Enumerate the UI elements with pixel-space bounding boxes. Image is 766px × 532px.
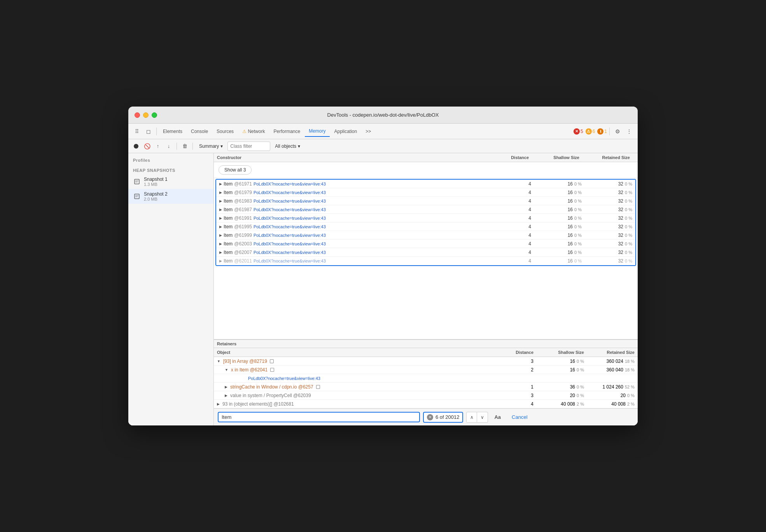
retainer-col-retained-header[interactable]: Retained Size: [587, 348, 638, 357]
summary-dropdown[interactable]: Summary ▾: [196, 142, 226, 150]
col-constructor-header[interactable]: Constructor: [214, 153, 497, 162]
retainer-retained-cell: 1 024 260 52 %: [587, 383, 638, 390]
class-filter-input[interactable]: [227, 142, 270, 151]
table-row[interactable]: ▶ Item @61979 PoLdb0X?nocache=true&view=…: [216, 188, 635, 197]
warn-count: 6: [593, 129, 595, 134]
retainer-shallow-cell: 40 008 2 %: [537, 401, 587, 408]
tab-console[interactable]: Console: [187, 126, 212, 137]
table-row[interactable]: ▶ Item @62011 PoLdb0X?nocache=true&view=…: [216, 257, 635, 265]
item-name: Item: [224, 181, 233, 187]
retainer-row[interactable]: ▶ value in system / PropertyCell @62039 …: [214, 391, 638, 400]
prev-result-button[interactable]: ∧: [466, 412, 477, 423]
take-snapshot-btn[interactable]: ↑: [153, 142, 163, 151]
table-row[interactable]: ▶ Item @62007 PoLdb0X?nocache=true&view=…: [216, 248, 635, 257]
snapshot-2-item[interactable]: Snapshot 2 2.0 MB: [128, 189, 213, 204]
table-row[interactable]: ▶ Item @61983 PoLdb0X?nocache=true&view=…: [216, 197, 635, 205]
show-all-button[interactable]: Show all 3: [219, 165, 252, 175]
next-result-button[interactable]: ∨: [477, 412, 488, 423]
tab-network[interactable]: ⚠ Network: [238, 126, 269, 137]
retainer-row[interactable]: ▶ 93 in (object elements)[] @102681 4 40…: [214, 400, 638, 408]
tab-overflow[interactable]: >>: [362, 126, 375, 137]
cell-constructor: ▶ Item @61983 PoLdb0X?nocache=true&view=…: [216, 198, 499, 205]
record-btn[interactable]: [131, 142, 141, 151]
retainer-link[interactable]: PoLdb0X?nocache=true&view=live:43: [248, 376, 320, 381]
item-link[interactable]: PoLdb0X?nocache=true&view=live:43: [254, 224, 326, 229]
retainer-row[interactable]: ▼ [93] in Array @82719 3 16 0 % 360 024 …: [214, 357, 638, 366]
table-row[interactable]: ▶ Item @61995 PoLdb0X?nocache=true&view=…: [216, 222, 635, 231]
search-count-box: ✕ 6 of 20012: [423, 412, 463, 423]
table-row[interactable]: ▶ Item @61987 PoLdb0X?nocache=true&view=…: [216, 205, 635, 214]
item-id: @61971: [234, 181, 252, 187]
retainer-col-shallow-header[interactable]: Shallow Size: [537, 348, 587, 357]
cell-constructor: ▶ Item @61991 PoLdb0X?nocache=true&view=…: [216, 215, 499, 222]
col-distance-header[interactable]: Distance: [497, 153, 532, 162]
maximize-button[interactable]: [152, 112, 157, 118]
item-link[interactable]: PoLdb0X?nocache=true&view=live:43: [254, 233, 326, 238]
snapshot-1-info: Snapshot 1 1.3 MB: [144, 177, 168, 187]
table-row[interactable]: ▶ Item @61991 PoLdb0X?nocache=true&view=…: [216, 214, 635, 222]
snapshot-1-item[interactable]: Snapshot 1 1.3 MB: [128, 174, 213, 189]
tab-performance[interactable]: Performance: [269, 126, 304, 137]
item-link[interactable]: PoLdb0X?nocache=true&view=live:43: [254, 190, 326, 195]
col-shallow-header[interactable]: Shallow Size: [532, 153, 582, 162]
retainer-retained-cell: 20 0 %: [587, 392, 638, 399]
traffic-lights: [135, 112, 157, 118]
cell-constructor: ▶ Item @61999 PoLdb0X?nocache=true&view=…: [216, 232, 499, 239]
settings-icon-btn[interactable]: ⚙: [612, 126, 623, 137]
retainer-col-object-header[interactable]: Object: [214, 348, 502, 357]
cursor-icon-btn[interactable]: ⠿: [131, 126, 142, 137]
clear-search-button[interactable]: ✕: [427, 414, 433, 420]
retainer-dist-cell: [502, 378, 537, 379]
cell-constructor: ▶ Item @61995 PoLdb0X?nocache=true&view=…: [216, 223, 499, 230]
match-case-button[interactable]: Aa: [491, 413, 504, 422]
show-all-row: Show all 3: [214, 162, 638, 178]
item-link[interactable]: PoLdb0X?nocache=true&view=live:43: [254, 182, 326, 186]
item-link[interactable]: PoLdb0X?nocache=true&view=live:43: [254, 259, 326, 263]
all-objects-dropdown[interactable]: All objects ▾: [272, 142, 635, 150]
minimize-button[interactable]: [143, 112, 149, 118]
retainer-dist-cell: 4: [502, 401, 537, 408]
col-retained-header[interactable]: Retained Size: [582, 153, 633, 162]
inspector-icon-btn[interactable]: ◻: [143, 126, 154, 137]
expand-arrow-icon: ▶: [219, 259, 222, 263]
table-row[interactable]: ▶ Item @61971 PoLdb0X?nocache=true&view=…: [216, 180, 635, 188]
expand-arrow-icon: ▶: [225, 394, 227, 397]
retainer-label: [93] in Array @82719: [223, 359, 267, 364]
warn-icon: ⚠: [242, 129, 247, 134]
tab-memory[interactable]: Memory: [305, 126, 329, 137]
table-row[interactable]: ▶ Item @61999 PoLdb0X?nocache=true&view=…: [216, 231, 635, 240]
expand-arrow-icon: ▶: [219, 191, 222, 194]
item-link[interactable]: PoLdb0X?nocache=true&view=live:43: [254, 250, 326, 255]
retainer-row[interactable]: ▶ stringCache in Window / cdpn.io @6257 …: [214, 383, 638, 391]
error-count: 5: [581, 129, 583, 134]
clear-btn[interactable]: 🚫: [142, 142, 152, 151]
item-link[interactable]: PoLdb0X?nocache=true&view=live:43: [254, 199, 326, 203]
retainer-row[interactable]: ▼ x in Item @62041 2 16 0 % 360 040 18 %: [214, 366, 638, 374]
badge-group: ✕ 5 ⚠ 6 ℹ 1: [574, 128, 607, 135]
retainer-row[interactable]: PoLdb0X?nocache=true&view=live:43: [214, 374, 638, 383]
more-icon-btn[interactable]: ⋮: [624, 126, 635, 137]
item-link[interactable]: PoLdb0X?nocache=true&view=live:43: [254, 242, 326, 246]
retainer-obj-cell: PoLdb0X?nocache=true&view=live:43: [245, 375, 502, 382]
trash-icon: 🗑: [182, 143, 187, 149]
header-scrollbar-placeholder: [633, 153, 638, 162]
retainers-table-header: Object Distance Shallow Size Retained Si…: [214, 348, 638, 357]
info-circle: ℹ: [597, 128, 603, 135]
search-input[interactable]: [218, 412, 420, 422]
snapshot-1-name: Snapshot 1: [144, 177, 168, 182]
table-row[interactable]: ▶ Item @62003 PoLdb0X?nocache=true&view=…: [216, 240, 635, 248]
delete-btn[interactable]: 🗑: [180, 142, 189, 151]
retainer-dist-cell: 3: [502, 358, 537, 365]
cancel-search-button[interactable]: Cancel: [507, 413, 532, 422]
load-btn[interactable]: ↓: [164, 142, 173, 151]
tab-elements[interactable]: Elements: [159, 126, 186, 137]
retainer-retained-cell: 360 040 18 %: [587, 366, 638, 373]
content-area: Constructor Distance Shallow Size Retain…: [214, 153, 638, 425]
item-link[interactable]: PoLdb0X?nocache=true&view=live:43: [254, 207, 326, 212]
tab-separator: [156, 128, 157, 135]
close-button[interactable]: [135, 112, 140, 118]
tab-application[interactable]: Application: [331, 126, 361, 137]
item-link[interactable]: PoLdb0X?nocache=true&view=live:43: [254, 216, 326, 220]
tab-sources[interactable]: Sources: [213, 126, 238, 137]
retainer-col-dist-header[interactable]: Distance: [502, 348, 537, 357]
